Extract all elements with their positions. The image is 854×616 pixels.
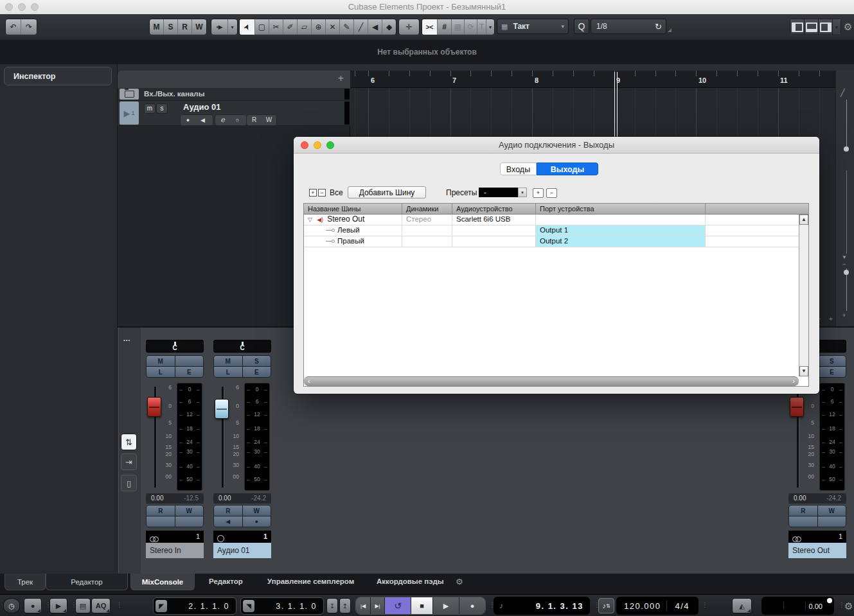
tempo-display[interactable]: 120.000 4/4 xyxy=(616,597,698,615)
channel-write-button[interactable]: W xyxy=(175,506,204,516)
range-tool[interactable]: ▢ xyxy=(255,19,269,35)
channel-read-button[interactable]: R xyxy=(214,506,242,516)
scroll-down-icon[interactable]: ▼ xyxy=(842,254,847,260)
layout-right-zone-button[interactable] xyxy=(819,19,833,35)
port-select-right[interactable]: Output 2 xyxy=(536,236,706,247)
delete-preset-button[interactable]: − xyxy=(546,188,557,198)
tab-sampler-control[interactable]: Управление семплером xyxy=(267,577,354,585)
toolbar-expand-corner[interactable] xyxy=(668,28,672,32)
preset-dropdown-icon[interactable]: ▼ xyxy=(518,188,527,197)
save-preset-button[interactable]: + xyxy=(533,188,544,198)
quantize-button[interactable]: Q xyxy=(574,19,589,34)
left-locator-flag-icon[interactable]: ◤ xyxy=(156,600,167,612)
toolbar-setup-gear-icon[interactable]: ⚙ xyxy=(844,21,852,33)
table-horizontal-scrollbar[interactable]: ‹ › xyxy=(304,376,799,386)
channel-read-button[interactable]: R xyxy=(147,506,175,516)
play-tool[interactable]: ◀ xyxy=(368,19,382,35)
freeze-icon[interactable]: ○ xyxy=(230,115,245,125)
timeline-ruler[interactable]: 6 7 8 9 10 11 xyxy=(350,71,835,88)
record-mode-button[interactable]: ● xyxy=(24,598,42,613)
vertical-scrollbar[interactable] xyxy=(846,170,847,254)
rail-routing-button[interactable]: ⇥ xyxy=(121,453,137,470)
undo-icon[interactable]: ↶ xyxy=(6,19,21,35)
audio-track-handle[interactable]: ▶ 1 xyxy=(120,101,139,125)
tab-chord-pads[interactable]: Аккордовые пэды xyxy=(377,577,444,585)
scroll-right-button[interactable]: › xyxy=(792,377,795,385)
snap-on-off-button[interactable]: >< xyxy=(422,19,438,35)
draw-tool[interactable]: ✎ xyxy=(340,19,354,35)
record-enable-icon[interactable]: ● xyxy=(181,115,195,125)
left-locator-value[interactable]: 2. 1. 1. 0 xyxy=(188,602,229,611)
lower-zone-gear-icon[interactable]: ⚙ xyxy=(456,577,463,586)
bus-row-stereo-out[interactable]: ▽ ◀) Stereo Out Стерео Scarlett 6i6 USB xyxy=(304,215,808,225)
port-select-left[interactable]: Output 1 xyxy=(536,225,706,236)
go-next-marker-button[interactable]: ▶| xyxy=(371,597,385,614)
time-signature-value[interactable]: 4/4 xyxy=(675,601,689,611)
track-read-button[interactable]: R xyxy=(247,115,262,125)
channel-record-icon[interactable]: ● xyxy=(243,516,271,527)
channel-read-button[interactable]: R xyxy=(789,506,817,516)
main-volume-display[interactable]: 0.00 xyxy=(761,597,834,615)
position-value[interactable]: 9. 1. 3. 13 xyxy=(536,601,583,611)
right-locator-flag-icon[interactable]: ◥ xyxy=(243,600,254,612)
snap-grid-button[interactable]: # xyxy=(438,19,452,35)
split-tool[interactable]: ✂ xyxy=(269,19,283,35)
add-track-button[interactable]: + xyxy=(338,73,344,84)
tab-editor-lower[interactable]: Редактор xyxy=(209,577,243,585)
expand-all-button[interactable]: + xyxy=(309,189,317,197)
iterative-quantize-icon[interactable]: ↻ xyxy=(655,22,662,31)
disclosure-icon[interactable]: ▽ xyxy=(308,216,312,223)
vzoom-slider-knob[interactable] xyxy=(844,146,849,152)
folder-track-handle[interactable] xyxy=(120,89,139,100)
hzoom-in-button[interactable]: + xyxy=(829,315,833,322)
col-speakers[interactable]: Динамики xyxy=(402,204,452,214)
punch-in-button[interactable]: ↧ xyxy=(326,598,338,613)
tab-inputs[interactable]: Входы xyxy=(500,163,537,175)
volume-fader[interactable] xyxy=(215,399,229,419)
color-tool[interactable]: ◆ xyxy=(382,19,396,35)
play-mode-button[interactable]: ▶ xyxy=(49,598,67,613)
tempo-value[interactable]: 120.000 xyxy=(624,601,661,611)
glue-tool[interactable]: ✐ xyxy=(283,19,298,35)
punch-out-button[interactable]: ↥ xyxy=(339,598,351,613)
transport-gear-icon[interactable]: ⚙ xyxy=(844,601,853,612)
folder-track-row[interactable]: Вх./Вых. каналы xyxy=(118,88,350,101)
channel-write-button[interactable]: W xyxy=(818,506,846,516)
blank-button[interactable] xyxy=(147,516,175,527)
channel-monitor-icon[interactable]: ◀ xyxy=(214,516,242,527)
vzoom-slider-track[interactable] xyxy=(846,100,847,151)
bus-port[interactable] xyxy=(536,215,706,225)
quantize-select[interactable]: 1/8 ↻ xyxy=(591,19,666,34)
folder-track-name[interactable]: Вх./Вых. каналы xyxy=(144,90,204,98)
blank-button[interactable] xyxy=(818,516,846,527)
rail-faders-button[interactable]: ⇅ xyxy=(121,434,137,450)
erase-tool[interactable]: ▱ xyxy=(298,19,312,35)
bus-row-right-channel[interactable]: Правый Output 2 xyxy=(304,236,808,247)
pattern-button[interactable]: ▤ xyxy=(75,598,91,613)
bus-speakers[interactable]: Стерео xyxy=(402,215,452,225)
channel-name[interactable]: Stereo In xyxy=(146,543,204,558)
channel-solo-button[interactable]: S xyxy=(818,356,846,366)
tab-outputs[interactable]: Выходы xyxy=(537,163,598,175)
layout-left-zone-button[interactable] xyxy=(790,19,805,35)
mute-all-button[interactable]: M xyxy=(154,22,160,31)
peak-value[interactable]: -12.5 xyxy=(184,495,199,502)
track-mute-button[interactable]: m xyxy=(144,103,156,114)
tab-track[interactable]: Трек xyxy=(4,574,46,590)
channel-name[interactable]: Аудио 01 xyxy=(213,543,271,558)
audio-quantize-button[interactable]: AQ xyxy=(91,598,111,613)
audio-track-name[interactable]: Аудио 01 xyxy=(183,102,221,112)
track-write-button[interactable]: W xyxy=(262,115,276,125)
col-device-port[interactable]: Порт устройства xyxy=(536,204,706,214)
layout-lower-zone-button[interactable] xyxy=(805,19,819,35)
tab-editor-left[interactable]: Редактор xyxy=(46,574,128,590)
channel-write-button[interactable]: W xyxy=(243,506,271,516)
punch-dropdown-icon[interactable]: ▾ xyxy=(228,19,236,35)
right-locator-value[interactable]: 3. 1. 1. 0 xyxy=(276,602,317,611)
rail-output-button[interactable]: ▯ xyxy=(121,475,137,491)
gain-value[interactable]: 0.00 xyxy=(794,495,806,502)
channel-edit-button[interactable]: E xyxy=(243,367,271,377)
volume-slider-knob[interactable] xyxy=(827,598,832,603)
collapse-all-button[interactable]: − xyxy=(318,189,326,197)
tab-inspector[interactable]: Инспектор xyxy=(4,67,112,85)
